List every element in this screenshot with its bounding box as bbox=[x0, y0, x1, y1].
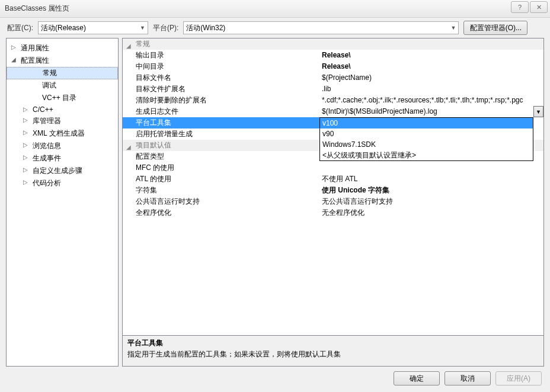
tree-item[interactable]: ▷浏览信息 bbox=[7, 140, 118, 152]
tree-item[interactable]: ▷通用属性 bbox=[7, 42, 118, 54]
tree-item-label: 配置属性 bbox=[21, 56, 49, 65]
expanded-icon[interactable]: ◢ bbox=[126, 142, 131, 153]
property-panel: ◢常规输出目录Release\中间目录Release\目标文件名$(Projec… bbox=[122, 38, 544, 367]
button-bar: 确定 取消 应用(A) bbox=[0, 367, 550, 390]
tree-item-label: 常规 bbox=[43, 69, 57, 77]
property-value[interactable]: $(IntDir)\$(MSBuildProjectName).log bbox=[319, 106, 543, 117]
tree-item[interactable]: ▷自定义生成步骤 bbox=[7, 165, 118, 177]
property-row[interactable]: MFC 的使用 bbox=[123, 162, 543, 173]
property-name: 目标文件名 bbox=[123, 72, 319, 83]
property-name: 中间目录 bbox=[123, 61, 319, 72]
collapsed-icon[interactable]: ▷ bbox=[11, 44, 17, 50]
property-value[interactable]: Release\ bbox=[319, 61, 543, 72]
tree-item[interactable]: ▷XML 文档生成器 bbox=[7, 127, 118, 140]
property-row[interactable]: 中间目录Release\ bbox=[123, 61, 543, 72]
tree-item[interactable]: ▷库管理器 bbox=[7, 115, 118, 127]
property-value[interactable]: 使用 Unicode 字符集 bbox=[319, 185, 543, 196]
property-category[interactable]: ◢常规 bbox=[123, 38, 543, 50]
property-name: 字符集 bbox=[123, 185, 319, 196]
property-row[interactable]: 字符集使用 Unicode 字符集 bbox=[123, 185, 543, 196]
expanded-icon[interactable]: ◢ bbox=[126, 40, 131, 52]
tree-item[interactable]: ▷C/C++ bbox=[7, 104, 118, 115]
tree-item-label: VC++ 目录 bbox=[42, 94, 76, 102]
tree-item[interactable]: VC++ 目录 bbox=[7, 92, 118, 104]
expanded-icon[interactable]: ◢ bbox=[11, 56, 17, 62]
property-name: 公共语言运行时支持 bbox=[123, 196, 319, 207]
tree-item-label: XML 文档生成器 bbox=[33, 129, 85, 137]
dropdown-button[interactable]: ▼ bbox=[533, 106, 543, 117]
property-value[interactable]: 无全程序优化 bbox=[319, 207, 543, 219]
property-value[interactable]: $(ProjectName) bbox=[319, 72, 543, 83]
title-bar: BaseClasses 属性页 ? ✕ bbox=[0, 0, 550, 18]
property-grid: ◢常规输出目录Release\中间目录Release\目标文件名$(Projec… bbox=[123, 38, 543, 335]
cancel-button[interactable]: 取消 bbox=[445, 371, 491, 385]
tree-item[interactable]: ◢配置属性 bbox=[7, 54, 118, 67]
platform-label: 平台(P): bbox=[153, 23, 178, 33]
description-panel: 平台工具集 指定用于生成当前配置的工具集；如果未设置，则将使用默认工具集 bbox=[123, 335, 543, 366]
apply-button: 应用(A) bbox=[495, 371, 542, 385]
config-bar: 配置(C): 活动(Release) ▼ 平台(P): 活动(Win32) ▼ … bbox=[0, 18, 550, 38]
category-label: 常规 bbox=[136, 40, 150, 48]
chevron-down-icon: ▼ bbox=[450, 25, 456, 31]
config-value: 活动(Release) bbox=[41, 23, 86, 33]
property-row[interactable]: 生成日志文件$(IntDir)\$(MSBuildProjectName).lo… bbox=[123, 106, 543, 117]
category-label: 项目默认值 bbox=[136, 141, 171, 149]
property-name: 目标文件扩展名 bbox=[123, 83, 319, 95]
close-button[interactable]: ✕ bbox=[530, 1, 548, 13]
property-row[interactable]: 目标文件名$(ProjectName) bbox=[123, 72, 543, 83]
dropdown-option[interactable]: v90 bbox=[320, 128, 533, 139]
property-row[interactable]: 目标文件扩展名.lib bbox=[123, 83, 543, 95]
property-row[interactable]: 清除时要删除的扩展名*.cdf;*.cache;*.obj;*.ilk;*.re… bbox=[123, 95, 543, 106]
help-button[interactable]: ? bbox=[511, 1, 529, 13]
collapsed-icon[interactable]: ▷ bbox=[23, 154, 29, 160]
property-row[interactable]: 输出目录Release\ bbox=[123, 50, 543, 61]
collapsed-icon[interactable]: ▷ bbox=[23, 106, 29, 112]
property-name: 启用托管增量生成 bbox=[123, 128, 319, 140]
property-name: 配置类型 bbox=[123, 151, 319, 162]
property-name: 平台工具集 bbox=[123, 117, 319, 128]
dropdown-option[interactable]: <从父级或项目默认设置继承> bbox=[320, 150, 533, 160]
tree-panel: ▷通用属性◢配置属性常规调试VC++ 目录▷C/C++▷库管理器▷XML 文档生… bbox=[6, 38, 119, 367]
chevron-down-icon: ▼ bbox=[140, 25, 145, 31]
collapsed-icon[interactable]: ▷ bbox=[23, 117, 29, 123]
property-value[interactable] bbox=[319, 162, 543, 173]
ok-button[interactable]: 确定 bbox=[394, 371, 440, 385]
config-manager-button[interactable]: 配置管理器(O)... bbox=[463, 21, 527, 35]
dropdown-option[interactable]: v100 bbox=[320, 118, 533, 128]
property-name: 全程序优化 bbox=[123, 207, 319, 219]
config-label: 配置(C): bbox=[7, 23, 33, 33]
property-value[interactable]: 不使用 ATL bbox=[319, 173, 543, 185]
collapsed-icon[interactable]: ▷ bbox=[23, 129, 29, 135]
collapsed-icon[interactable]: ▷ bbox=[23, 142, 29, 147]
property-value[interactable]: .lib bbox=[319, 83, 543, 95]
property-name: 输出目录 bbox=[123, 50, 319, 61]
description-title: 平台工具集 bbox=[127, 338, 539, 348]
platform-value: 活动(Win32) bbox=[186, 23, 225, 33]
tree-item-label: 代码分析 bbox=[33, 179, 61, 187]
dropdown-option[interactable]: Windows7.1SDK bbox=[320, 139, 533, 150]
window-title: BaseClasses 属性页 bbox=[5, 4, 69, 14]
platform-select[interactable]: 活动(Win32) ▼ bbox=[183, 21, 459, 34]
property-value[interactable]: 无公共语言运行时支持 bbox=[319, 196, 543, 207]
tree-item-label: 浏览信息 bbox=[33, 142, 61, 150]
collapsed-icon[interactable]: ▷ bbox=[23, 179, 29, 185]
property-row[interactable]: 全程序优化无全程序优化 bbox=[123, 207, 543, 219]
tree-item-label: 自定义生成步骤 bbox=[33, 166, 82, 175]
tree-item[interactable]: 常规 bbox=[7, 67, 118, 79]
description-text: 指定用于生成当前配置的工具集；如果未设置，则将使用默认工具集 bbox=[127, 349, 539, 359]
tree-item-label: 调试 bbox=[42, 81, 56, 89]
tree-item-label: 通用属性 bbox=[21, 44, 49, 52]
property-row[interactable]: 公共语言运行时支持无公共语言运行时支持 bbox=[123, 196, 543, 207]
property-value[interactable]: Release\ bbox=[319, 50, 543, 61]
property-value[interactable]: *.cdf;*.cache;*.obj;*.ilk;*.resources;*.… bbox=[319, 95, 543, 106]
property-name: MFC 的使用 bbox=[123, 162, 319, 173]
tree-item-label: C/C++ bbox=[33, 105, 53, 114]
tree-item[interactable]: ▷代码分析 bbox=[7, 177, 118, 189]
property-row[interactable]: ATL 的使用不使用 ATL bbox=[123, 173, 543, 185]
toolset-dropdown[interactable]: v100v90Windows7.1SDK<从父级或项目默认设置继承> bbox=[319, 117, 533, 161]
config-select[interactable]: 活动(Release) ▼ bbox=[38, 21, 148, 34]
collapsed-icon[interactable]: ▷ bbox=[23, 166, 29, 172]
tree-item[interactable]: ▷生成事件 bbox=[7, 152, 118, 165]
tree-item-label: 生成事件 bbox=[33, 154, 61, 162]
tree-item[interactable]: 调试 bbox=[7, 79, 118, 92]
